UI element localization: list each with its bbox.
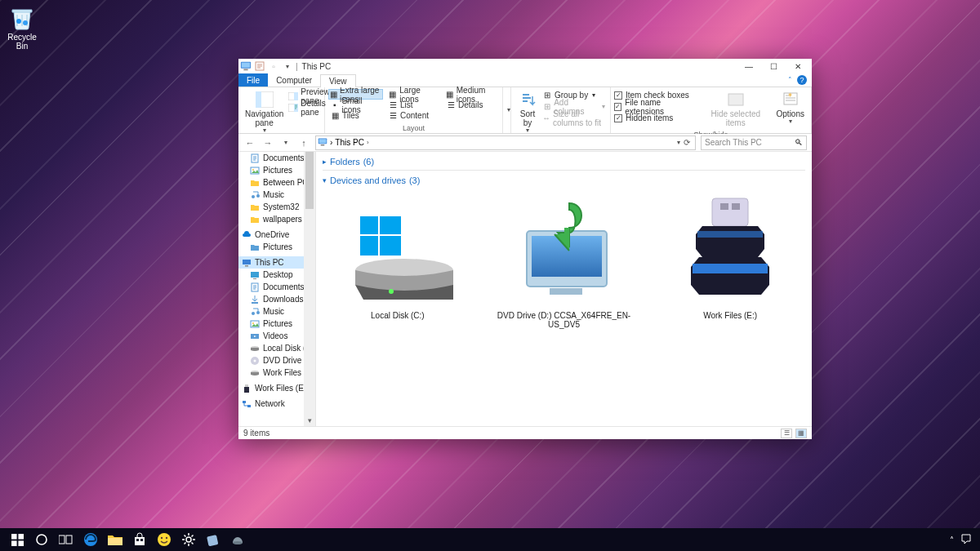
disk-icon [250,368,260,378]
window-title: This PC [302,62,332,71]
minimize-button[interactable]: — [737,59,761,73]
search-input[interactable]: Search This PC 🔍︎ [701,136,807,150]
tab-view[interactable]: View [320,74,356,87]
navigation-tree[interactable]: DocumentsPicturesBetween PCsMusicSystem3… [238,152,316,426]
music-icon [250,190,260,200]
group-header-devices[interactable]: ▾ Devices and drives (3) [323,174,805,187]
qat-new-folder-icon[interactable]: ▫ [268,60,279,72]
taskbar-app2-icon[interactable] [225,528,250,551]
svg-rect-12 [728,94,743,105]
svg-point-35 [254,359,256,362]
layout-large-icons[interactable]: ▦Large icons [386,89,441,100]
svg-point-0 [16,19,21,24]
svg-point-31 [252,322,254,324]
svg-point-68 [161,537,163,539]
task-view-button[interactable] [54,528,78,551]
file-name-extensions-checkbox[interactable]: ✓File name extensions [614,101,695,112]
layout-details[interactable]: ☰Details [444,100,499,110]
options-button[interactable]: Options ▾ [773,89,808,127]
doc-icon [250,153,260,163]
svg-rect-55 [697,231,763,238]
svg-rect-7 [256,91,261,108]
taskbar: ˄ [0,528,980,551]
music-icon [250,307,260,317]
collapse-ribbon-icon[interactable]: ˄ [788,76,792,84]
hidden-items-checkbox[interactable]: ✓Hidden items [614,113,695,123]
ribbon-tabs: File Computer View ˄ ? [238,73,812,87]
svg-rect-27 [252,302,258,304]
navigation-pane-icon [255,91,274,109]
recycle-bin-desktop-icon[interactable]: Recycle Bin [2,5,42,51]
svg-point-21 [256,194,260,198]
size-all-columns-button: ↔Size all columns to fit [541,113,607,123]
folder-b-icon [250,242,260,252]
medium-icons-icon: ▦ [446,90,454,100]
tray-chevron-up-icon[interactable]: ˄ [950,535,954,544]
svg-rect-4 [243,69,247,71]
address-dropdown-icon[interactable]: ▾ [677,139,680,146]
list-icon: ☰ [388,100,398,110]
layout-list[interactable]: ☰List [386,100,441,110]
scroll-down-icon[interactable]: ▾ [304,415,315,426]
drive-local-disk-c[interactable]: Local Disk (C:) [326,192,470,329]
svg-point-42 [389,289,394,294]
layout-more-dropdown[interactable]: ▾ [503,87,511,133]
taskbar-emoji-app-icon[interactable] [152,528,176,551]
status-large-icons-view-icon[interactable]: ▦ [795,429,807,438]
vid-icon [250,331,260,341]
layout-content[interactable]: ☰Content [386,110,441,121]
cortana-search-button[interactable] [29,528,54,551]
close-button[interactable]: ✕ [786,59,810,73]
nav-recent-dropdown[interactable]: ▾ [279,136,292,149]
breadcrumb-thispc[interactable]: This PC› [335,138,368,147]
group-header-folders[interactable]: ▸ Folders (6) [323,155,805,168]
nav-back-button[interactable]: ← [243,136,256,149]
details-icon: ☰ [446,100,456,110]
maximize-button[interactable]: ☐ [761,59,786,73]
taskbar-app1-icon[interactable] [201,528,225,551]
main-content[interactable]: ▸ Folders (6) ▾ Devices and drives (3) [316,152,812,426]
address-bar[interactable]: › This PC› ▾ ⟳ [315,136,696,150]
local-disk-icon [341,192,455,306]
svg-rect-45 [360,236,378,256]
recycle-bin-icon [9,5,35,31]
preview-pane-icon [288,91,298,101]
help-icon[interactable]: ? [797,75,807,85]
tab-computer[interactable]: Computer [268,73,320,87]
svg-rect-46 [380,236,401,256]
taskbar-edge-icon[interactable] [78,528,103,551]
refresh-icon[interactable]: ⟳ [684,138,690,147]
drive-dvd-d[interactable]: DVD Drive (D:) CCSA_X64FRE_EN-US_DV5 [492,192,636,329]
svg-point-69 [166,537,167,539]
taskbar-file-explorer-icon[interactable] [103,528,127,551]
qat-dropdown-icon[interactable]: ▾ [282,60,293,72]
sort-by-button[interactable]: Sort by ▾ [514,89,541,136]
svg-rect-59 [18,540,24,546]
breadcrumb-root-caret[interactable]: › [330,138,332,147]
nav-up-button[interactable]: ↑ [297,136,310,149]
pic-icon [250,319,260,329]
svg-rect-22 [243,260,251,264]
nav-item-label: Pictures [263,319,292,328]
svg-rect-39 [243,401,246,403]
status-details-view-icon[interactable]: ☰ [781,429,792,438]
taskbar-settings-icon[interactable] [176,528,201,551]
tray-action-center-icon[interactable] [960,533,972,546]
properties-quick-icon[interactable] [254,60,265,72]
taskbar-store-icon[interactable] [127,528,152,551]
drive-work-files-e[interactable]: Work Files (E:) [658,192,802,329]
layout-tiles[interactable]: ▦Tiles [328,110,383,121]
tab-file[interactable]: File [238,73,268,87]
nav-scrollbar[interactable]: ▾ [304,152,315,426]
start-button[interactable] [5,528,29,551]
titlebar[interactable]: ▫ ▾ | This PC — ☐ ✕ [238,59,812,73]
tiles-icon: ▦ [330,111,340,121]
thispc-breadcrumb-icon [318,137,327,149]
nav-item-label: Videos [263,331,287,340]
svg-rect-62 [66,535,72,544]
usb-drive-icon [673,192,787,306]
layout-medium-icons[interactable]: ▦Medium icons [444,89,499,100]
layout-small-icons[interactable]: ▪Small icons [328,100,383,110]
navigation-pane-button[interactable]: Navigation pane ▾ [242,89,287,136]
svg-rect-64 [108,538,122,545]
